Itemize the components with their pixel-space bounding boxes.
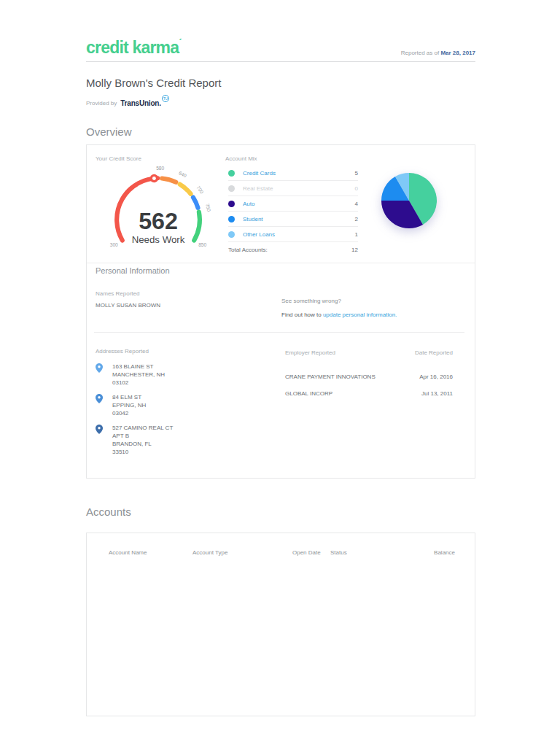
- accounts-card: Account Name Account Type Open Date Stat…: [86, 533, 475, 716]
- col-account-type: Account Type: [192, 549, 292, 556]
- employer-row: GLOBAL INCORP Jul 13, 2011: [285, 390, 453, 397]
- employer-reported-label: Employer Reported: [285, 349, 335, 356]
- real-estate-dot-icon: [228, 185, 235, 192]
- update-personal-info-link[interactable]: update personal information.: [323, 311, 397, 318]
- mix-row-student[interactable]: Student 2: [228, 212, 358, 227]
- mix-row-count: 2: [355, 216, 358, 222]
- personal-divider: [94, 332, 464, 333]
- mix-row-count: 0: [355, 185, 358, 192]
- svg-text:700: 700: [196, 185, 205, 195]
- mix-row-count: 1: [355, 231, 358, 238]
- howto-prefix: Find out how to: [281, 311, 323, 318]
- account-mix-list: Credit Cards 5 Real Estate 0 Auto 4 Stud…: [228, 166, 358, 257]
- mix-row-label: Credit Cards: [243, 170, 355, 177]
- page-title: Molly Brown's Credit Report: [86, 77, 475, 89]
- total-accounts-label: Total Accounts:: [228, 247, 351, 253]
- mix-row-label: Real Estate: [243, 185, 355, 192]
- mix-row-real-estate: Real Estate 0: [228, 181, 358, 196]
- map-pin-icon: [96, 394, 103, 403]
- personal-info-heading: Personal Information: [96, 266, 170, 275]
- map-pin-icon: [96, 425, 103, 434]
- total-accounts-value: 12: [351, 247, 358, 253]
- employer-date: Apr 16, 2016: [419, 374, 453, 380]
- account-mix-pie-chart: [380, 171, 438, 230]
- credit-karma-logo[interactable]: credit karma: [86, 39, 179, 56]
- accounts-heading: Accounts: [86, 506, 475, 518]
- employer-row: CRANE PAYMENT INNOVATIONS Apr 16, 2016: [285, 374, 453, 380]
- svg-text:850: 850: [198, 242, 206, 247]
- provided-by-label: Provided by: [86, 100, 117, 107]
- svg-text:750: 750: [205, 203, 211, 212]
- employers-block: Employer Reported Date Reported CRANE PA…: [285, 349, 453, 397]
- student-dot-icon: [228, 216, 235, 222]
- address-item: 163 BLAINE ST MANCHESTER, NH 03102: [96, 363, 241, 387]
- mix-row-auto[interactable]: Auto 4: [228, 196, 358, 212]
- reported-name: MOLLY SUSAN BROWN: [96, 302, 160, 309]
- provided-by-row: Provided by TransUnion.TU: [86, 99, 475, 107]
- mix-row-label: Auto: [243, 201, 355, 207]
- overview-heading: Overview: [86, 125, 475, 138]
- howto-row: Find out how to update personal informat…: [281, 311, 397, 318]
- employer-date: Jul 13, 2011: [421, 390, 453, 397]
- transunion-logo: TransUnion.TU: [120, 99, 161, 107]
- svg-text:Needs Work: Needs Work: [132, 234, 185, 245]
- col-balance: Balance: [434, 549, 455, 556]
- tu-badge-icon: TU: [162, 95, 169, 102]
- mix-row-label: Student: [243, 216, 355, 222]
- date-reported-label: Date Reported: [415, 349, 453, 356]
- mix-row-count: 4: [355, 201, 358, 207]
- col-open-date: Open Date: [292, 549, 330, 556]
- address-list: 163 BLAINE ST MANCHESTER, NH 03102 84 EL…: [96, 363, 241, 462]
- other-loans-dot-icon: [228, 231, 235, 238]
- reported-date: Mar 28, 2017: [440, 50, 475, 56]
- employer-name: CRANE PAYMENT INNOVATIONS: [285, 374, 376, 380]
- col-account-name: Account Name: [109, 549, 192, 556]
- col-status: Status: [330, 549, 434, 556]
- see-something-wrong-text: See something wrong?: [281, 298, 341, 304]
- section-divider: [87, 263, 475, 263]
- address-item: 84 ELM ST EPPING, NH 03042: [96, 393, 241, 417]
- names-reported-label: Names Reported: [96, 290, 139, 297]
- credit-score-label: Your Credit Score: [96, 155, 141, 162]
- accounts-table-header: Account Name Account Type Open Date Stat…: [87, 533, 475, 556]
- address-lines: 163 BLAINE ST MANCHESTER, NH 03102: [112, 363, 165, 387]
- addresses-reported-label: Addresses Reported: [96, 348, 149, 355]
- address-lines: 527 CAMINO REAL CT APT B BRANDON, FL 335…: [112, 424, 173, 456]
- credit-cards-dot-icon: [228, 170, 235, 177]
- employer-name: GLOBAL INCORP: [285, 390, 332, 397]
- page-header: credit karma Reported as of Mar 28, 2017: [86, 39, 475, 62]
- total-accounts-row: Total Accounts: 12: [228, 242, 358, 257]
- svg-text:580: 580: [156, 166, 164, 171]
- svg-text:640: 640: [178, 170, 187, 179]
- auto-dot-icon: [228, 201, 235, 207]
- address-lines: 84 ELM ST EPPING, NH 03042: [112, 393, 146, 417]
- mix-row-credit-cards[interactable]: Credit Cards 5: [228, 166, 358, 181]
- mix-row-label: Other Loans: [243, 231, 355, 238]
- map-pin-icon: [96, 363, 103, 373]
- mix-row-count: 5: [355, 170, 358, 177]
- svg-text:562: 562: [139, 208, 178, 234]
- credit-score-gauge: 300580640700750850562Needs Work: [93, 164, 224, 252]
- credit-report-page: credit karma Reported as of Mar 28, 2017…: [86, 0, 475, 716]
- overview-card: Your Credit Score 300580640700750850562N…: [86, 144, 475, 479]
- reported-prefix: Reported as of: [401, 50, 441, 56]
- svg-text:300: 300: [110, 242, 118, 247]
- account-mix-label: Account Mix: [225, 155, 257, 162]
- mix-row-other-loans[interactable]: Other Loans 1: [228, 227, 358, 242]
- address-item: 527 CAMINO REAL CT APT B BRANDON, FL 335…: [96, 424, 241, 456]
- reported-as-of: Reported as of Mar 28, 2017: [401, 50, 475, 56]
